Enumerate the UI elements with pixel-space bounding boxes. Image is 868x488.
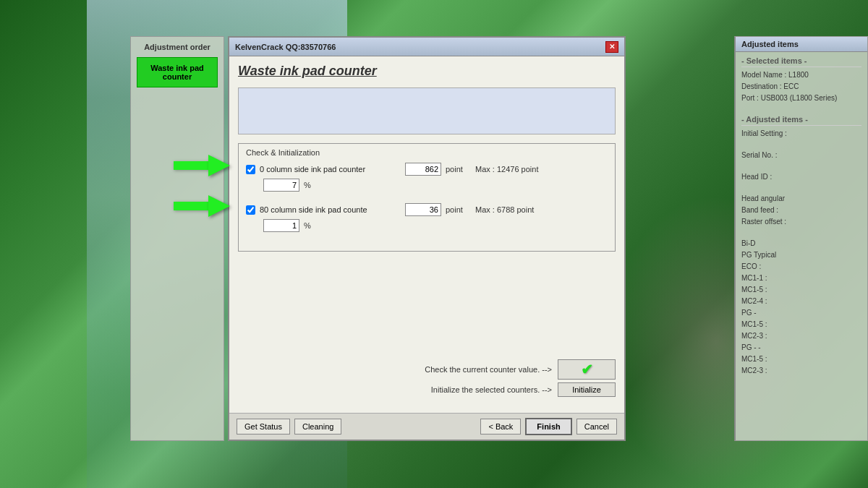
initial-setting: Initial Setting : (741, 129, 861, 139)
check-section: Check & Initialization 0 column side ink… (238, 143, 616, 252)
waste-ink-title: Waste ink pad counter (238, 64, 616, 79)
mc1-5c: MC1-5 : (741, 354, 861, 364)
counter1-unit: point (446, 165, 471, 174)
head-angular: Head angular (741, 194, 861, 204)
finish-button[interactable]: Finish (525, 418, 571, 435)
check-value-row: Check the current counter value. --> ✔ (238, 359, 616, 380)
right-panel: Adjusted items - Selected items - Model … (734, 36, 868, 441)
counter2-percent-value: 1 (263, 219, 299, 232)
adjusted-items-label: - Adjusted items - (741, 115, 861, 126)
raster-offset: Raster offset : (741, 217, 861, 227)
right-panel-content: - Selected items - Model Name : L1800 De… (736, 52, 867, 440)
mc1-1: MC1-1 : (741, 273, 861, 283)
counter1-max: Max : 12476 point (475, 165, 538, 174)
destination: Destination : ECC (741, 82, 861, 92)
counter1-percent-value: 7 (263, 179, 299, 192)
right-panel-title: Adjusted items (736, 37, 867, 52)
selected-items-label: - Selected items - (741, 56, 861, 67)
counter1-value: 862 (405, 163, 441, 176)
pg-dash: PG - (741, 308, 861, 318)
initialize-label: Initialize the selected counters. --> (431, 385, 552, 394)
mc1-5: MC1-5 : (741, 285, 861, 295)
counter2-unit: point (446, 205, 471, 214)
counter1-wrap: 0 column side ink pad counter 862 point … (246, 163, 608, 192)
action-area: Check the current counter value. --> ✔ I… (238, 257, 616, 406)
cleaning-button[interactable]: Cleaning (294, 419, 341, 435)
counter2-wrap: 80 column side ink pad counte 36 point M… (246, 203, 608, 232)
counter1-sub-row: 7 % (263, 179, 608, 192)
dialog-title: KelvenCrack QQ:83570766 (235, 43, 336, 51)
band-feed: Band feed : (741, 205, 861, 215)
back-button[interactable]: < Back (480, 419, 521, 435)
dialog-toolbar: Get Status Cleaning < Back Finish Cancel (229, 413, 624, 440)
model-name: Model Name : L1800 (741, 70, 861, 80)
left-panel-title: Adjustment order (137, 43, 218, 51)
arrow-indicator-2 (174, 195, 231, 217)
check-current-button[interactable]: ✔ (558, 359, 616, 380)
arrow-indicator-1 (174, 155, 231, 176)
counter1-percent-unit: % (304, 181, 329, 189)
cancel-button[interactable]: Cancel (576, 419, 617, 435)
counter2-row: 80 column side ink pad counte 36 point M… (246, 203, 608, 216)
bi-d: Bi-D (741, 239, 861, 249)
counter2-checkbox[interactable] (246, 205, 255, 215)
port: Port : USB003 (L1800 Series) (741, 93, 861, 103)
arrow-body-2 (174, 202, 210, 210)
checkmark-icon: ✔ (581, 361, 593, 378)
arrow-head-1 (208, 155, 230, 176)
head-id: Head ID : (741, 172, 861, 182)
check-value-label: Check the current counter value. --> (425, 365, 552, 374)
mc2-4: MC2-4 : (741, 296, 861, 307)
mc2-3: MC2-3 : (741, 331, 861, 341)
counter1-row: 0 column side ink pad counter 862 point … (246, 163, 608, 176)
counter2-value: 36 (405, 203, 441, 216)
counter1-checkbox[interactable] (246, 165, 255, 174)
waste-ink-pad-counter-button[interactable]: Waste ink pad counter (137, 57, 218, 87)
counter2-sub-row: 1 % (263, 219, 608, 232)
initialize-button[interactable]: Initialize (558, 382, 616, 397)
counter1-label: 0 column side ink pad counter (260, 165, 401, 174)
arrow-head-2 (208, 195, 230, 217)
dialog-close-button[interactable]: ✕ (605, 41, 618, 53)
eco: ECO : (741, 262, 861, 272)
counter2-percent-unit: % (304, 221, 329, 230)
pg-typical: PG Typical (741, 250, 861, 260)
initialize-row: Initialize the selected counters. --> In… (238, 382, 616, 397)
mc1-5b: MC1-5 : (741, 320, 861, 330)
get-status-button[interactable]: Get Status (237, 419, 290, 435)
serial-no: Serial No. : (741, 150, 861, 160)
main-dialog: KelvenCrack QQ:83570766 ✕ Waste ink pad … (228, 36, 626, 441)
pg-dd: PG - - (741, 343, 861, 353)
info-box (238, 87, 616, 134)
counter2-max: Max : 6788 point (475, 205, 534, 214)
left-panel: Adjustment order Waste ink pad counter (130, 36, 224, 441)
dialog-titlebar: KelvenCrack QQ:83570766 ✕ (229, 38, 624, 56)
check-section-title: Check & Initialization (246, 148, 608, 157)
arrow-body-1 (174, 161, 210, 170)
counter2-label: 80 column side ink pad counte (260, 205, 401, 214)
dialog-body: Waste ink pad counter Check & Initializa… (229, 56, 624, 413)
mc2-3b: MC2-3 : (741, 366, 861, 376)
